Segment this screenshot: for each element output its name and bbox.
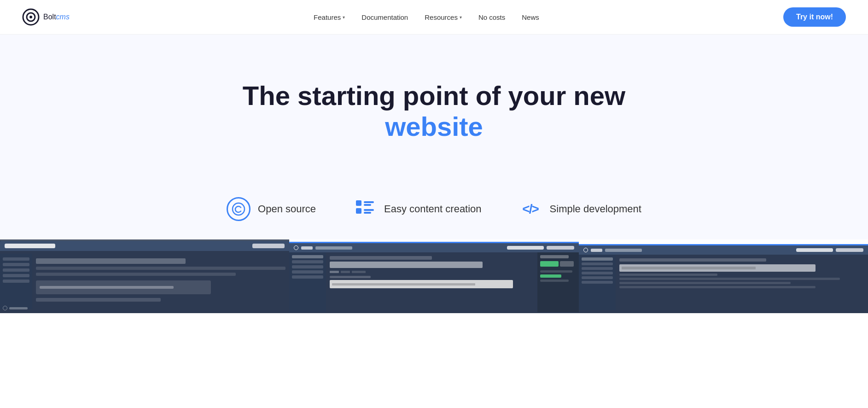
logo[interactable]: Boltcms	[22, 8, 70, 26]
svg-point-2	[29, 16, 32, 18]
features-row: Open source Easy content creation </> Si…	[0, 169, 868, 239]
nav-features[interactable]: Features ▾	[314, 13, 345, 21]
hero-section: The starting point of your new website	[0, 35, 868, 169]
chevron-down-icon: ▾	[343, 15, 345, 20]
feature-simple-dev: </> Simple development	[518, 197, 641, 221]
nav-resources[interactable]: Resources ▾	[425, 13, 462, 21]
nav-documentation-link[interactable]: Documentation	[361, 13, 408, 21]
nav-documentation[interactable]: Documentation	[361, 13, 408, 21]
nav-links: Features ▾ Documentation Resources ▾ No …	[314, 13, 539, 21]
navbar: Boltcms Features ▾ Documentation Resourc…	[0, 0, 868, 35]
chevron-down-icon: ▾	[460, 15, 462, 20]
nav-no-costs-link[interactable]: No costs	[478, 13, 505, 21]
content-creation-icon	[353, 197, 377, 221]
feature-easy-content: Easy content creation	[353, 197, 482, 221]
nav-news-link[interactable]: News	[522, 13, 539, 21]
code-icon: </>	[518, 197, 542, 221]
copyleft-svg	[232, 202, 245, 216]
feature-open-source: Open source	[227, 197, 316, 221]
nav-features-link[interactable]: Features ▾	[314, 13, 345, 21]
svg-rect-5	[364, 201, 374, 203]
svg-rect-9	[364, 212, 371, 214]
try-now-button[interactable]: Try it now!	[783, 7, 846, 27]
screenshots-row	[0, 239, 868, 313]
svg-rect-6	[364, 204, 371, 206]
svg-rect-4	[356, 200, 361, 206]
bolt-logo-icon	[22, 8, 40, 26]
open-source-icon	[227, 197, 250, 221]
svg-point-3	[233, 203, 245, 215]
nav-no-costs[interactable]: No costs	[478, 13, 505, 21]
screenshot-3	[579, 244, 868, 313]
screenshot-1	[0, 239, 289, 313]
hero-title: The starting point of your new website	[227, 81, 641, 142]
nav-news[interactable]: News	[522, 13, 539, 21]
svg-rect-7	[356, 208, 361, 214]
svg-rect-8	[364, 209, 374, 211]
screenshot-2	[289, 242, 578, 313]
logo-text: Boltcms	[43, 13, 70, 21]
nav-resources-link[interactable]: Resources ▾	[425, 13, 462, 21]
